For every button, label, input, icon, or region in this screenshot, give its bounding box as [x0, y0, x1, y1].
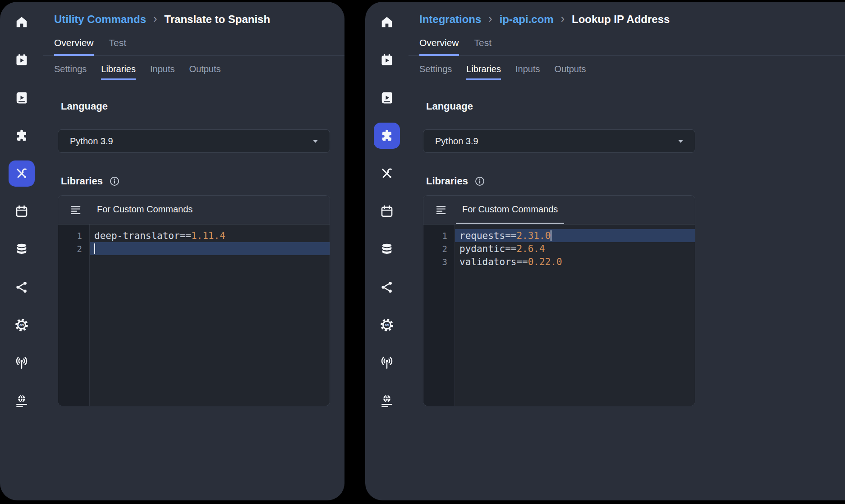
text-cursor [94, 243, 95, 254]
language-section: Language Python 3.9 [423, 80, 695, 153]
subtab-outputs[interactable]: Outputs [189, 64, 220, 80]
lines-icon [435, 204, 447, 216]
language-dropdown-value: Python 3.9 [435, 136, 676, 147]
sidebar-item-broadcast[interactable] [374, 350, 400, 376]
package-text: requests== [459, 230, 516, 241]
subtab-outputs[interactable]: Outputs [554, 64, 586, 80]
package-text: validators== [459, 257, 528, 267]
breadcrumb: Utility Commands › Translate to Spanish [43, 2, 344, 26]
subtab-settings[interactable]: Settings [54, 64, 87, 80]
sidebar-item-broadcast[interactable] [9, 350, 35, 376]
language-heading: Language [426, 101, 473, 112]
sidebar-item-connections[interactable] [9, 274, 35, 300]
sidebar-item-global[interactable] [374, 388, 400, 414]
package-text: deep-translator== [94, 230, 191, 241]
version-text: 2.6.4 [516, 243, 545, 254]
sidebar-item-home[interactable] [374, 9, 400, 35]
api-gear-icon: API [15, 318, 28, 332]
code-area[interactable]: 1 deep-translator==1.11.4 2 [58, 225, 330, 406]
language-dropdown-value: Python 3.9 [70, 136, 311, 147]
tab-overview[interactable]: Overview [54, 37, 94, 56]
code-line[interactable]: 3 validators==0.22.0 [423, 255, 695, 268]
sidebar-item-global[interactable] [9, 388, 35, 414]
subtab-inputs[interactable]: Inputs [150, 64, 175, 80]
globe-icon [15, 394, 28, 408]
book-play-icon [380, 91, 394, 105]
subtab-settings[interactable]: Settings [419, 64, 452, 80]
home-icon [15, 15, 28, 29]
chevron-down-icon [676, 137, 685, 146]
share-nodes-icon [15, 280, 28, 294]
sidebar-item-runbooks[interactable] [9, 85, 35, 111]
tab-test[interactable]: Test [109, 37, 127, 56]
sidebar-item-connections[interactable] [374, 274, 400, 300]
sidebar: API [0, 2, 43, 500]
code-line[interactable]: 1 deep-translator==1.11.4 [58, 229, 330, 242]
sidebar-item-scheduled[interactable] [374, 47, 400, 73]
code-line[interactable]: 2 [58, 242, 330, 255]
sidebar-item-calendar[interactable] [9, 198, 35, 225]
api-gear-icon: API [380, 318, 394, 332]
lines-icon [70, 204, 82, 216]
language-section: Language Python 3.9 [58, 80, 330, 153]
editor-header: For Custom Commands [58, 196, 330, 225]
calendar-play-icon [380, 53, 394, 67]
sidebar-item-scheduled[interactable] [9, 47, 35, 73]
package-text: pydantic== [459, 243, 516, 254]
breadcrumb-current: Lookup IP Address [572, 13, 670, 26]
editor-tab[interactable]: For Custom Commands [91, 196, 199, 224]
sidebar-item-calendar[interactable] [374, 198, 400, 225]
subtab-bar: Settings Libraries Inputs Outputs [409, 56, 845, 80]
breadcrumb-separator: › [153, 12, 157, 25]
tab-test[interactable]: Test [474, 37, 492, 56]
sidebar-item-utility-commands[interactable] [374, 160, 400, 187]
sidebar-item-database[interactable] [374, 236, 400, 262]
language-dropdown[interactable]: Python 3.9 [58, 129, 330, 153]
sidebar: API [365, 2, 409, 500]
tools-icon [380, 167, 394, 180]
tab-bar: Overview Test [43, 26, 344, 56]
broadcast-icon [380, 356, 394, 370]
svg-text:API: API [19, 324, 24, 326]
chevron-down-icon [311, 137, 320, 146]
subtab-libraries[interactable]: Libraries [101, 64, 136, 80]
code-editor: For Custom Commands 1 deep-translator==1… [58, 195, 330, 406]
breadcrumb-link[interactable]: Utility Commands [54, 13, 146, 26]
share-nodes-icon [380, 280, 394, 294]
info-icon[interactable] [109, 176, 120, 187]
subtab-inputs[interactable]: Inputs [515, 64, 540, 80]
editor-tab[interactable]: For Custom Commands [456, 196, 564, 224]
editor-header: For Custom Commands [423, 196, 695, 225]
libraries-heading: Libraries [61, 175, 103, 187]
code-line[interactable]: 2 pydantic==2.6.4 [423, 242, 695, 255]
sidebar-item-database[interactable] [9, 236, 35, 262]
puzzle-icon [380, 129, 394, 142]
sidebar-item-api[interactable]: API [374, 312, 400, 338]
sidebar-item-home[interactable] [9, 9, 35, 35]
book-play-icon [15, 91, 28, 105]
breadcrumb-link[interactable]: Integrations [419, 13, 481, 26]
main-content: Integrations › ip-api.com › Lookup IP Ad… [409, 2, 845, 500]
code-line[interactable]: 1 requests==2.31.0 [423, 229, 695, 242]
line-number: 1 [58, 229, 90, 242]
app-window: API Utility Commands › Translate to Span… [0, 2, 344, 500]
breadcrumb-current: Translate to Spanish [164, 13, 270, 26]
breadcrumb-separator: › [561, 12, 565, 25]
language-heading: Language [61, 101, 108, 112]
version-text: 2.31.0 [516, 230, 551, 241]
subtab-libraries[interactable]: Libraries [466, 64, 501, 80]
sidebar-item-integrations[interactable] [374, 123, 400, 149]
tab-overview[interactable]: Overview [419, 37, 459, 56]
sidebar-item-api[interactable]: API [9, 312, 35, 338]
version-text: 0.22.0 [528, 257, 562, 267]
calendar-play-icon [15, 53, 28, 67]
sidebar-item-runbooks[interactable] [374, 85, 400, 111]
sidebar-item-utility-commands[interactable] [9, 160, 35, 187]
language-dropdown[interactable]: Python 3.9 [423, 129, 695, 153]
sidebar-item-integrations[interactable] [9, 123, 35, 149]
code-area[interactable]: 1 requests==2.31.0 2 pydantic==2.6.4 3 v… [423, 225, 695, 406]
globe-icon [380, 394, 394, 408]
breadcrumb-link[interactable]: ip-api.com [500, 13, 554, 26]
info-icon[interactable] [474, 176, 485, 187]
broadcast-icon [15, 356, 28, 370]
